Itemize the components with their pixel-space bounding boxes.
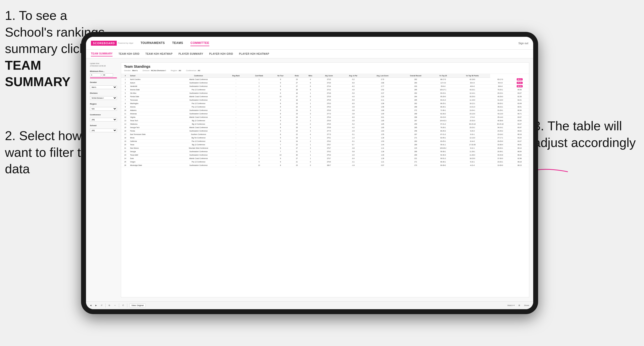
sub-nav-team-h2h-heatmap[interactable]: TEAM H2H HEATMAP	[146, 51, 173, 56]
filter-division-select[interactable]: NCAA Division I	[90, 96, 117, 100]
no-tour-cell: 8	[271, 112, 290, 116]
standings-table: # School Conference Reg Rank Conf Rank N…	[121, 74, 529, 167]
sub-nav-team-summary[interactable]: TEAM SUMMARY	[91, 51, 112, 56]
sub-nav-player-summary[interactable]: PLAYER SUMMARY	[178, 51, 203, 56]
filter-region-select[interactable]: N/A	[90, 107, 117, 111]
no-tour-cell: 10	[271, 95, 290, 98]
no-tour-cell: 9	[271, 81, 290, 85]
sub-nav-team-h2h-grid[interactable]: TEAM H2H GRID	[118, 51, 139, 56]
conf-rank-cell: 1	[247, 78, 271, 81]
low-score-cell: 267	[400, 133, 432, 136]
col-no-tour: No Tour	[271, 74, 290, 78]
filter-division-label: Division	[90, 92, 117, 94]
reg-rank-cell: -	[225, 85, 247, 88]
toolbar-watch[interactable]: Watch ▾	[506, 304, 516, 307]
filter-min-input[interactable]	[90, 73, 101, 77]
nav-bar: SCOREBOARD Powered by clippi TOURNAMENTS…	[86, 37, 533, 50]
toolbar-add[interactable]: ＋	[113, 304, 117, 307]
avg-to-par-cell: -4.2	[341, 126, 366, 129]
school-cell: Washington	[129, 102, 172, 105]
low-score-cell: 270	[400, 164, 432, 167]
table-row: 7 Tennessee Southeastern Conference - 4 …	[121, 98, 529, 102]
no-tour-cell: 6	[271, 92, 290, 95]
pts-cell: 85.58	[510, 88, 529, 92]
no-tour-cell: 10	[271, 153, 290, 157]
vs25-cell: 23-18-2	[490, 133, 510, 136]
sub-nav-player-h2h-heatmap[interactable]: PLAYER H2H HEATMAP	[239, 51, 269, 56]
table-row: 13 Texas Tech Big 12 Conference - 1 9 27…	[121, 119, 529, 123]
filter-school-select[interactable]: (All)	[90, 129, 117, 132]
pts-cell: 88.42	[510, 153, 529, 157]
no-tour-cell: 8	[271, 88, 290, 92]
school-cell: Texas A&M	[129, 153, 172, 157]
overall-cell: 87-21-2	[432, 133, 454, 136]
reg-rank-cell: -	[225, 153, 247, 157]
logo: SCOREBOARD	[91, 41, 117, 46]
rank-cell: 15	[121, 126, 129, 129]
conf-cell: Southeastern Conference	[172, 85, 225, 88]
table-region-filter: Region: All	[171, 69, 181, 72]
school-cell: Arizona State	[129, 88, 172, 92]
pts-cell: 83.27	[510, 92, 529, 95]
wins-cell: 6	[304, 81, 317, 85]
overall-cell: 83-15-0	[432, 116, 454, 119]
avg-low-cell: 1.53	[366, 140, 400, 143]
sub-nav-player-h2h-grid[interactable]: PLAYER H2H GRID	[209, 51, 233, 56]
rnds-cell: 23	[290, 102, 304, 105]
toolbar-timer[interactable]: ⏱	[121, 304, 125, 307]
school-cell: Florida State	[129, 95, 172, 98]
avg-low-cell: 1.85	[366, 126, 400, 129]
conf-cell: Southeastern Conference	[172, 164, 225, 167]
rank-cell: 12	[121, 116, 129, 119]
pts-cell: 83.47	[510, 123, 529, 126]
table-gender-filter: Gender: Men's	[124, 69, 138, 72]
no-tour-cell: 9	[271, 119, 290, 123]
record-cell: 43-23-1	[454, 88, 490, 92]
pts-cell: 80.51	[510, 105, 529, 109]
overall-cell: 100-27-1	[432, 88, 454, 92]
main-content: Update time: 27/03/2024 16:56:26 Minimum…	[86, 58, 533, 301]
vs25-cell: 10-30-0	[490, 164, 510, 167]
conf-cell: Southeastern Conference	[172, 81, 225, 85]
filter-gender-select[interactable]: Men's	[90, 85, 117, 89]
rnds-cell: 23	[290, 112, 304, 116]
col-vs50-pts: Vs Top 50 Points	[454, 74, 490, 78]
nav-teams[interactable]: TEAMS	[172, 40, 183, 46]
reg-rank-cell: -	[225, 147, 247, 150]
toolbar-copy[interactable]: ⧉	[108, 304, 111, 307]
table-row: 19 California Pac-12 Conference - 4 8 24…	[121, 140, 529, 143]
rnds-cell: 24	[290, 140, 304, 143]
adj-score-cell: 274.2	[317, 88, 340, 92]
vs25-cell: 29-25-0	[490, 140, 510, 143]
toolbar-forward[interactable]: ▶	[94, 304, 98, 307]
record-cell: 11-19-0	[454, 98, 490, 102]
nav-tournaments[interactable]: TOURNAMENTS	[140, 40, 165, 46]
rnds-cell: 27	[290, 147, 304, 150]
toolbar-grid[interactable]: ⊞	[518, 304, 521, 307]
sign-out-link[interactable]: Sign out	[518, 42, 528, 45]
vs25-cell: 33-44-8	[490, 153, 510, 157]
toolbar-reload[interactable]: ↺	[100, 304, 104, 307]
record-cell: 13-24-1	[454, 109, 490, 112]
view-original-button[interactable]: View: Original	[129, 304, 146, 307]
table-scroll-area[interactable]: # School Conference Reg Rank Conf Rank N…	[121, 74, 529, 291]
nav-committee[interactable]: COMMITTEE	[190, 40, 209, 46]
filter-max-input[interactable]	[102, 73, 113, 77]
pts-cell: 88.54	[510, 150, 529, 153]
school-cell: Arizona	[129, 105, 172, 109]
filter-minimum-rounds: Minimum Rou...	[90, 70, 117, 78]
low-score-cell: 271	[400, 160, 432, 164]
overall-cell: 88-17-0	[432, 78, 454, 81]
rnds-cell: 23	[290, 109, 304, 112]
slider-track[interactable]	[90, 78, 117, 78]
table-row: 4 Arizona State Pac-12 Conference - 1 8 …	[121, 88, 529, 92]
rank-cell: 2	[121, 81, 129, 85]
avg-to-par-cell: -6.0	[341, 116, 366, 119]
adj-score-cell: 279.5	[317, 160, 340, 164]
conf-rank-cell: 8	[247, 150, 271, 153]
table-row: 23 Texas A&M Southeastern Conference - 9…	[121, 153, 529, 157]
wins-cell: 2	[304, 123, 317, 126]
toolbar-share[interactable]: Share	[523, 304, 530, 307]
filter-conference-select[interactable]: (All)	[90, 118, 117, 122]
toolbar-back[interactable]: ◀	[89, 304, 92, 307]
